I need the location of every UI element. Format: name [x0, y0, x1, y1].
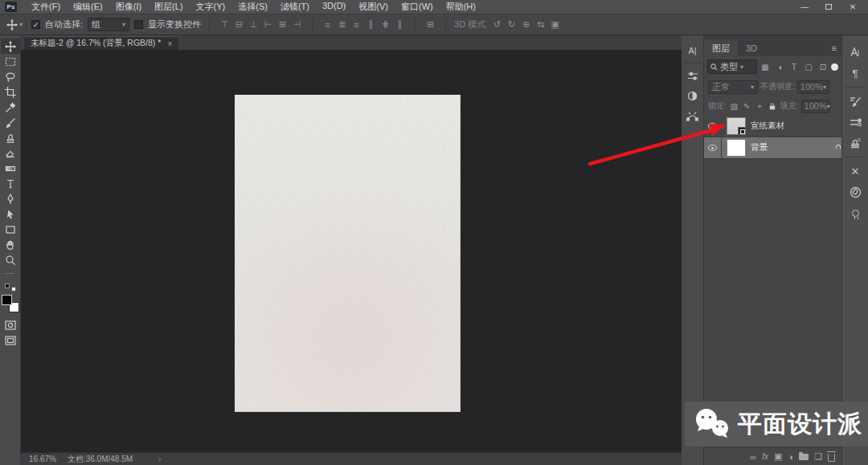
layer-name[interactable]: 宣纸素材: [751, 120, 784, 132]
align-horizontal-centers-icon[interactable]: ⊞: [276, 18, 289, 31]
path-selection-tool[interactable]: [1, 206, 20, 222]
zoom-tool[interactable]: [1, 252, 20, 267]
filter-toggle[interactable]: [831, 63, 838, 71]
align-right-edges-icon[interactable]: ⊣: [290, 18, 304, 31]
show-transform-checkbox[interactable]: ✓: [134, 20, 143, 29]
default-colors-icon[interactable]: [5, 283, 16, 292]
opacity-field[interactable]: 100% ▾: [797, 80, 829, 94]
type-tool[interactable]: [1, 176, 20, 191]
visibility-toggle[interactable]: [704, 137, 722, 158]
crop-tool[interactable]: [1, 84, 20, 100]
menu-type[interactable]: 文字(Y): [190, 0, 232, 14]
brushes-panel-icon[interactable]: [842, 112, 868, 133]
add-layer-mask-icon[interactable]: ▣: [774, 451, 782, 462]
menu-layer[interactable]: 图层(L): [148, 0, 189, 14]
rectangular-marquee-tool[interactable]: [1, 54, 20, 69]
menu-filter[interactable]: 滤镜(T): [274, 0, 316, 14]
layer-style-icon[interactable]: fx: [762, 452, 768, 461]
lock-all-icon[interactable]: [768, 100, 778, 112]
auto-select-checkbox[interactable]: ✓: [31, 20, 40, 29]
3d-slide-icon[interactable]: ⇆: [534, 18, 547, 31]
adjustments-panel-icon[interactable]: [682, 66, 704, 86]
menu-select[interactable]: 选择(S): [231, 0, 274, 14]
clone-stamp-tool[interactable]: [1, 130, 20, 145]
paper-texture-image[interactable]: [235, 95, 461, 412]
close-button[interactable]: ✕: [842, 2, 863, 13]
filter-type-layers-icon[interactable]: T: [788, 60, 800, 73]
tab-close-icon[interactable]: ×: [167, 39, 172, 48]
status-chevron-icon[interactable]: ›: [158, 455, 161, 463]
layer-row-xuanzhi[interactable]: 宣纸素材: [704, 116, 841, 137]
move-tool-options[interactable]: ▾: [6, 18, 27, 32]
auto-align-layers-icon[interactable]: ⊞: [424, 18, 437, 31]
distribute-horizontal-centers-icon[interactable]: ⋕: [379, 18, 392, 31]
distribute-top-edges-icon[interactable]: ≡: [321, 18, 334, 31]
auto-select-dropdown[interactable]: 组 ▾: [88, 18, 129, 31]
lock-position-icon[interactable]: +: [755, 100, 765, 112]
gradient-tool[interactable]: [1, 161, 20, 176]
zoom-level-field[interactable]: 16.67%: [29, 455, 56, 463]
brush-tool[interactable]: [1, 115, 20, 130]
menu-window[interactable]: 窗口(W): [395, 0, 440, 14]
paragraph-panel-icon[interactable]: ¶: [842, 63, 868, 84]
align-vertical-centers-icon[interactable]: ⊟: [232, 18, 246, 31]
panel-menu-icon[interactable]: ≡: [832, 43, 841, 53]
menu-edit[interactable]: 编辑(E): [67, 0, 109, 14]
canvas[interactable]: [21, 50, 682, 452]
filter-pixel-layers-icon[interactable]: ▦: [759, 60, 772, 73]
menu-file[interactable]: 文件(F): [25, 0, 67, 14]
filter-smart-objects-icon[interactable]: ⊡: [817, 60, 829, 73]
document-tab[interactable]: 未标题-2 @ 16.7% (背景, RGB/8) * ×: [24, 36, 178, 50]
menu-3d[interactable]: 3D(D): [316, 0, 352, 14]
character-panel-icon[interactable]: A|: [682, 40, 704, 60]
tool-presets-panel-icon[interactable]: ✕: [842, 161, 868, 182]
layer-row-background[interactable]: 背景: [704, 137, 841, 159]
filter-kind-dropdown[interactable]: 类型 ▾: [707, 59, 757, 74]
new-group-icon[interactable]: [799, 454, 809, 460]
align-top-edges-icon[interactable]: ⊤: [218, 18, 231, 31]
delete-layer-icon[interactable]: [828, 452, 835, 462]
blend-mode-dropdown[interactable]: 正常 ▾: [708, 80, 758, 94]
color-swatches[interactable]: [2, 295, 19, 312]
eraser-tool[interactable]: [1, 145, 20, 161]
mixer-panel-icon[interactable]: [842, 182, 868, 202]
3d-roll-icon[interactable]: ↻: [505, 18, 518, 31]
align-bottom-edges-icon[interactable]: ⊥: [247, 18, 260, 31]
distribute-bottom-edges-icon[interactable]: ≡: [350, 18, 363, 31]
menu-image[interactable]: 图像(I): [109, 0, 148, 14]
paths-panel-icon[interactable]: [682, 106, 704, 126]
3d-scale-icon[interactable]: ▣: [548, 18, 562, 31]
lock-transparent-pixels-icon[interactable]: ▨: [729, 100, 739, 112]
new-adjustment-layer-icon[interactable]: ◑: [788, 452, 793, 462]
visibility-toggle[interactable]: [704, 116, 722, 137]
eyedropper-tool[interactable]: [1, 100, 20, 115]
brush-settings-panel-icon[interactable]: [842, 91, 868, 112]
quick-mask-button[interactable]: [1, 317, 20, 332]
layer-name[interactable]: 背景: [751, 142, 768, 153]
distribute-right-edges-icon[interactable]: ∥: [393, 18, 407, 31]
clone-source-panel-icon[interactable]: [842, 133, 868, 153]
glyphs-panel-icon[interactable]: [842, 42, 868, 63]
distribute-vertical-centers-icon[interactable]: ≣: [335, 18, 349, 31]
screen-mode-button[interactable]: [1, 332, 20, 348]
move-tool[interactable]: [1, 39, 20, 54]
hand-tool[interactable]: [1, 237, 20, 252]
layer-thumbnail[interactable]: [727, 117, 746, 135]
foreground-color-swatch[interactable]: [2, 295, 12, 305]
edit-toolbar-button[interactable]: ···: [1, 267, 20, 279]
menu-help[interactable]: 帮助(H): [440, 0, 482, 14]
3d-drag-icon[interactable]: ⊕: [519, 18, 533, 31]
rectangle-tool[interactable]: [1, 222, 20, 237]
pen-tool[interactable]: [1, 191, 20, 206]
3d-rotate-icon[interactable]: ↺: [490, 18, 504, 31]
restore-button[interactable]: [818, 2, 839, 13]
tab-3d[interactable]: 3D: [738, 40, 765, 56]
layer-thumbnail[interactable]: [727, 139, 746, 157]
fill-field[interactable]: 100% ▾: [801, 100, 830, 113]
filter-shape-layers-icon[interactable]: ▢: [802, 60, 815, 73]
filter-adjustment-layers-icon[interactable]: ◑: [773, 60, 786, 73]
swatches-panel-icon[interactable]: [682, 86, 704, 106]
menu-view[interactable]: 视图(V): [352, 0, 395, 14]
lasso-tool[interactable]: [1, 69, 20, 84]
distribute-left-edges-icon[interactable]: ∥: [364, 18, 378, 31]
